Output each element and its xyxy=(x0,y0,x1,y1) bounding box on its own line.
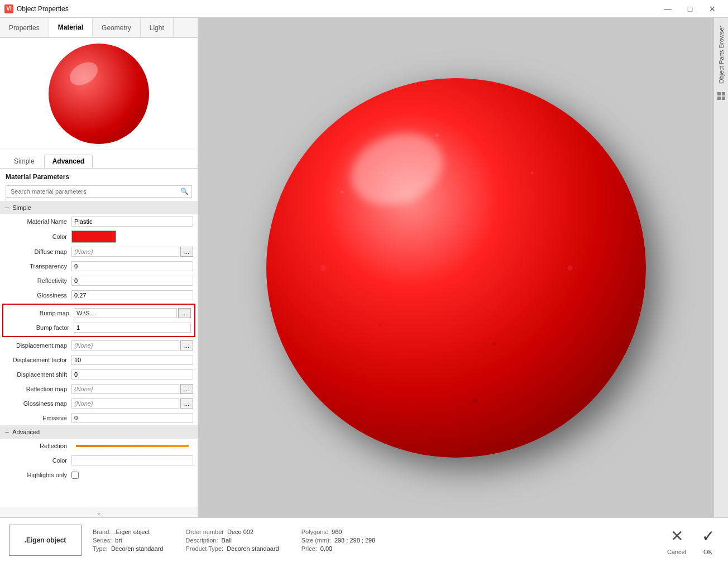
param-label-material-name: Material Name xyxy=(4,218,71,225)
param-label-reflection: Reflection xyxy=(4,443,71,449)
parts-browser-icon[interactable] xyxy=(716,90,727,102)
param-value-diffuse-map: {None} ... xyxy=(71,247,193,257)
scroll-down-indicator: ⌄ xyxy=(0,507,198,517)
param-row-transparency: Transparency xyxy=(0,259,198,273)
search-input[interactable] xyxy=(6,185,192,198)
brand-label: Brand: xyxy=(93,529,111,535)
maximize-button[interactable]: □ xyxy=(679,0,701,18)
bump-highlighted-section: Bump map W:\S... ... Bump factor xyxy=(2,304,195,337)
displacement-factor-input[interactable] xyxy=(71,355,193,365)
advanced-color-input[interactable] xyxy=(71,455,193,465)
collapse-simple-icon: − xyxy=(4,203,9,212)
preview-area xyxy=(0,38,198,150)
ok-icon: ✓ xyxy=(697,525,719,547)
tab-material[interactable]: Material xyxy=(49,18,93,37)
info-group-mid: Order number Deco 002 Description: Ball … xyxy=(185,529,279,552)
eigen-object-button[interactable]: .Eigen object xyxy=(9,525,82,556)
order-row: Order number Deco 002 xyxy=(185,529,279,535)
param-label-glossiness: Glossiness xyxy=(4,292,71,299)
param-row-color: Color xyxy=(0,229,198,244)
series-label: Series: xyxy=(93,537,112,544)
viewport xyxy=(198,18,713,517)
type-value: Decoren standaard xyxy=(111,545,164,552)
glossiness-input[interactable] xyxy=(71,290,193,300)
close-button[interactable]: ✕ xyxy=(701,0,724,18)
param-value-emissive xyxy=(71,413,193,423)
param-row-displacement-factor: Displacement factor xyxy=(0,353,198,367)
displacement-shift-input[interactable] xyxy=(71,369,193,380)
top-tabs: Properties Material Geometry Light xyxy=(0,18,198,38)
glossiness-map-value: {None} xyxy=(71,398,179,409)
cancel-button[interactable]: ✕ Cancel xyxy=(665,525,688,555)
param-label-advanced-color: Color xyxy=(4,457,71,464)
price-value: 0,00 xyxy=(320,545,332,552)
right-sidebar: Object Parts Browser xyxy=(713,18,728,517)
search-box: 🔍 xyxy=(6,185,192,198)
reflectivity-input[interactable] xyxy=(71,276,193,286)
param-value-advanced-color xyxy=(71,455,193,465)
object-parts-browser-label[interactable]: Object Parts Browser xyxy=(718,23,725,86)
advanced-section-label: Advanced xyxy=(12,429,40,435)
description-row: Description: Ball xyxy=(185,537,279,544)
displacement-map-value: {None} xyxy=(71,340,179,350)
param-value-displacement-factor xyxy=(71,355,193,365)
param-row-advanced-color: Color xyxy=(0,453,198,468)
collapse-advanced-icon: − xyxy=(4,427,9,436)
ok-button[interactable]: ✓ OK xyxy=(697,525,719,555)
color-swatch[interactable] xyxy=(71,230,116,243)
info-group-right: Polygons: 960 Size (mm): 298 ; 298 ; 298… xyxy=(301,529,376,552)
description-value: Ball xyxy=(222,537,232,544)
series-row: Series: bri xyxy=(93,537,163,544)
svg-rect-0 xyxy=(717,92,721,95)
param-label-reflection-map: Reflection map xyxy=(4,386,71,392)
tab-properties[interactable]: Properties xyxy=(0,18,49,37)
glossiness-map-browse[interactable]: ... xyxy=(180,398,193,409)
order-label: Order number xyxy=(185,529,223,535)
type-label: Type: xyxy=(93,545,108,552)
subtab-simple[interactable]: Simple xyxy=(6,155,43,168)
app-icon: VI xyxy=(4,4,13,13)
param-value-color xyxy=(71,230,193,243)
param-value-bump-factor xyxy=(74,323,191,333)
param-row-material-name: Material Name xyxy=(0,214,198,229)
param-value-reflection xyxy=(71,445,193,447)
displacement-map-browse[interactable]: ... xyxy=(180,340,193,350)
description-label: Description: xyxy=(185,537,218,544)
material-preview-sphere xyxy=(49,44,149,144)
price-row: Price: 0,00 xyxy=(301,545,376,552)
polygons-value: 960 xyxy=(332,529,342,535)
reflection-slider[interactable] xyxy=(76,445,189,447)
param-label-bump-factor: Bump factor xyxy=(7,324,74,331)
brand-value: .Eigen object xyxy=(114,529,150,535)
size-label: Size (mm): xyxy=(301,537,331,544)
tab-geometry[interactable]: Geometry xyxy=(93,18,141,37)
advanced-section-header[interactable]: − Advanced xyxy=(0,425,198,439)
minimize-button[interactable]: — xyxy=(657,0,679,18)
window-title: Object Properties xyxy=(17,5,69,13)
search-icon: 🔍 xyxy=(180,188,189,195)
emissive-input[interactable] xyxy=(71,413,193,423)
svg-rect-2 xyxy=(717,97,721,100)
bump-factor-input[interactable] xyxy=(74,323,191,333)
param-label-diffuse-map: Diffuse map xyxy=(4,248,71,255)
param-value-transparency xyxy=(71,261,193,271)
bump-map-browse[interactable]: ... xyxy=(178,308,191,318)
transparency-input[interactable] xyxy=(71,261,193,271)
bottom-info: Brand: .Eigen object Series: bri Type: D… xyxy=(93,529,654,552)
param-value-glossiness xyxy=(71,290,193,300)
material-name-input[interactable] xyxy=(71,217,193,227)
order-value: Deco 002 xyxy=(227,529,253,535)
simple-section-header[interactable]: − Simple xyxy=(0,201,198,214)
diffuse-map-browse[interactable]: ... xyxy=(180,247,193,257)
highlights-only-checkbox[interactable] xyxy=(71,472,79,479)
subtab-advanced[interactable]: Advanced xyxy=(44,155,93,168)
param-label-color: Color xyxy=(4,233,71,240)
tab-light[interactable]: Light xyxy=(141,18,174,37)
param-row-reflection-map: Reflection map {None} ... xyxy=(0,382,198,396)
viewport-sphere xyxy=(266,78,646,458)
reflection-map-browse[interactable]: ... xyxy=(180,384,193,394)
size-value: 298 ; 298 ; 298 xyxy=(334,537,375,544)
product-type-value: Decoren standaard xyxy=(227,545,279,552)
window-controls: — □ ✕ xyxy=(657,0,724,18)
param-row-diffuse-map: Diffuse map {None} ... xyxy=(0,244,198,259)
